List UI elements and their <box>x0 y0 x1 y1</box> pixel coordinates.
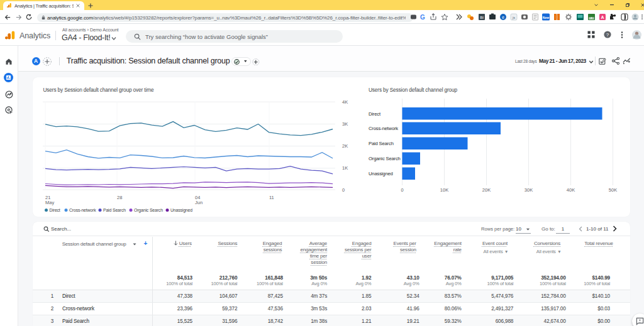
svg-text:11: 11 <box>269 195 274 200</box>
svg-text:Paid Search: Paid Search <box>369 141 394 146</box>
svg-text:js: js <box>512 16 515 19</box>
svg-text:Unassigned: Unassigned <box>170 208 192 213</box>
svg-text:40K: 40K <box>567 187 575 193</box>
svg-text:0: 0 <box>342 187 345 193</box>
svg-text:Organic Search: Organic Search <box>369 156 401 161</box>
svg-text:Users by Session default chann: Users by Session default channel group o… <box>43 87 154 93</box>
svg-text:e: e <box>502 15 504 19</box>
svg-text:0: 0 <box>401 187 403 193</box>
svg-text:2K: 2K <box>342 143 348 149</box>
svg-text:May: May <box>45 200 54 205</box>
svg-text:Direct: Direct <box>50 208 60 212</box>
svg-text:50K: 50K <box>609 187 617 193</box>
svg-text:10K: 10K <box>440 187 448 193</box>
svg-text:Paid Search: Paid Search <box>103 208 126 212</box>
svg-text:A: A <box>601 15 604 19</box>
svg-text:Organic Search: Organic Search <box>134 208 163 213</box>
svg-text:20K: 20K <box>482 187 491 193</box>
svg-text:?: ? <box>606 32 609 38</box>
svg-text:Jun: Jun <box>195 200 203 205</box>
svg-text:Cross-network: Cross-network <box>369 126 398 131</box>
svg-text:1K: 1K <box>342 165 348 171</box>
svg-text:New: New <box>543 16 549 19</box>
svg-text:30K: 30K <box>525 187 533 193</box>
svg-text:Direct: Direct <box>369 111 381 117</box>
svg-text:28: 28 <box>117 195 122 200</box>
svg-text:BI: BI <box>480 16 484 19</box>
svg-text:3K: 3K <box>342 121 348 127</box>
svg-text:Users by Session default chann: Users by Session default channel group <box>369 87 458 93</box>
svg-text:Unassigned: Unassigned <box>369 171 393 177</box>
svg-text:G: G <box>420 14 425 21</box>
svg-text:Cross-network: Cross-network <box>69 208 96 212</box>
svg-text:4K: 4K <box>342 99 348 105</box>
svg-text:01:36: 01:36 <box>589 17 594 19</box>
